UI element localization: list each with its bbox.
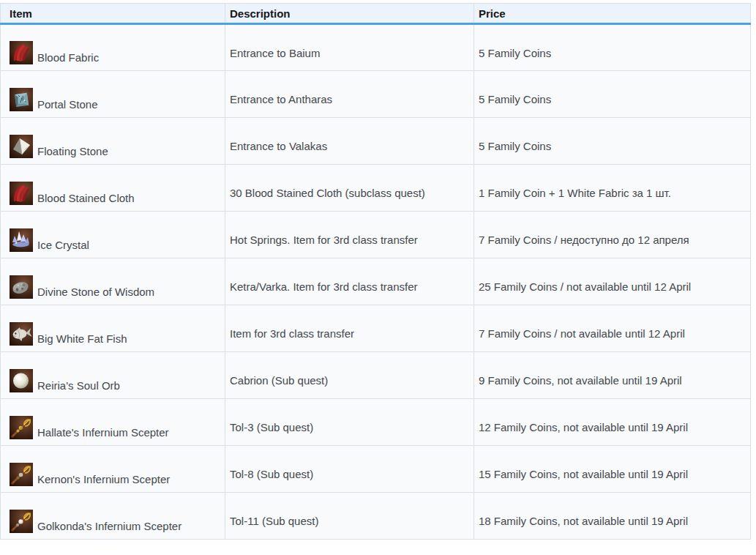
divine-stone-icon bbox=[10, 275, 33, 299]
description-cell: Ketra/Varka. Item for 3rd class transfer bbox=[225, 258, 474, 305]
white-fish-icon bbox=[10, 322, 33, 346]
item-name: Blood Fabric bbox=[37, 51, 99, 64]
description-cell: 30 Blood Stained Cloth (subclass quest) bbox=[225, 165, 474, 212]
item-cell: Floating Stone bbox=[1, 118, 225, 165]
infernium-scepter-icon bbox=[10, 510, 33, 533]
item-cell: Hallate's Infernium Scepter bbox=[1, 399, 225, 446]
item-name: Blood Stained Cloth bbox=[37, 192, 135, 205]
price-cell: 25 Family Coins / not available until 12… bbox=[474, 258, 751, 305]
item-cell: Big White Fat Fish bbox=[1, 305, 225, 352]
description-cell: Cabrion (Sub quest) bbox=[225, 352, 474, 399]
description-cell: Entrance to Valakas bbox=[225, 118, 474, 165]
portal-stone-icon bbox=[10, 88, 33, 111]
item-cell: Golkonda's Infernium Scepter bbox=[1, 493, 225, 540]
description-cell: Item for 3rd class transfer bbox=[225, 305, 474, 352]
blood-stained-cloth-icon bbox=[10, 182, 33, 205]
price-cell: 1 Family Coin + 1 White Fabric за 1 шт. bbox=[474, 165, 751, 212]
description-cell: Hot Springs. Item for 3rd class transfer bbox=[225, 212, 474, 258]
price-cell: 9 Family Coins, not available until 19 A… bbox=[474, 352, 751, 399]
price-cell: 5 Family Coins bbox=[474, 71, 751, 118]
price-cell: 15 Family Coins, not available until 19 … bbox=[474, 446, 751, 493]
ice-crystal-icon bbox=[10, 228, 33, 252]
table-row: Big White Fat Fish Item for 3rd class tr… bbox=[1, 305, 751, 352]
table-row: Ice Crystal Hot Springs. Item for 3rd cl… bbox=[1, 212, 751, 258]
table-row: Blood Fabric Entrance to Baium 5 Family … bbox=[1, 24, 751, 71]
item-cell: Blood Stained Cloth bbox=[1, 165, 225, 212]
item-cell: Blood Fabric bbox=[1, 24, 225, 71]
item-cell: Kernon's Infernium Scepter bbox=[1, 446, 225, 493]
table-row: Blood Stained Cloth 30 Blood Stained Clo… bbox=[1, 165, 751, 212]
price-cell: 12 Family Coins, not available until 19 … bbox=[474, 399, 751, 446]
table-row: Portal Stone Entrance to Antharas 5 Fami… bbox=[1, 71, 751, 118]
item-shop-table-container: Item Description Price Blood Fabric bbox=[0, 3, 750, 540]
item-name: Reiria's Soul Orb bbox=[37, 379, 120, 392]
item-name: Floating Stone bbox=[37, 145, 108, 158]
item-cell: Reiria's Soul Orb bbox=[1, 352, 225, 399]
price-cell: 5 Family Coins bbox=[474, 118, 751, 165]
column-header-item: Item bbox=[1, 4, 225, 24]
price-cell: 7 Family Coins / not available until 12 … bbox=[474, 305, 751, 352]
table-row: Divine Stone of Wisdom Ketra/Varka. Item… bbox=[1, 258, 751, 305]
items-table: Item Description Price Blood Fabric bbox=[0, 3, 751, 540]
infernium-scepter-icon bbox=[10, 463, 33, 486]
description-cell: Tol-3 (Sub quest) bbox=[225, 399, 474, 446]
floating-stone-icon bbox=[10, 135, 33, 158]
item-name: Hallate's Infernium Scepter bbox=[37, 426, 169, 439]
item-name: Big White Fat Fish bbox=[37, 332, 127, 346]
table-row: Kernon's Infernium Scepter Tol-8 (Sub qu… bbox=[1, 446, 751, 493]
column-header-price: Price bbox=[474, 4, 751, 24]
table-row: Hallate's Infernium Scepter Tol-3 (Sub q… bbox=[1, 399, 751, 446]
column-header-description: Description bbox=[225, 4, 474, 24]
price-cell: 5 Family Coins bbox=[474, 24, 751, 71]
blood-fabric-icon bbox=[10, 41, 33, 64]
item-cell: Portal Stone bbox=[1, 71, 225, 118]
item-name: Portal Stone bbox=[37, 98, 98, 111]
item-cell: Ice Crystal bbox=[1, 212, 225, 258]
item-name: Golkonda's Infernium Scepter bbox=[37, 520, 181, 533]
infernium-scepter-icon bbox=[10, 416, 33, 439]
table-row: Floating Stone Entrance to Valakas 5 Fam… bbox=[1, 118, 751, 165]
description-cell: Entrance to Antharas bbox=[225, 71, 474, 118]
item-name: Divine Stone of Wisdom bbox=[37, 286, 154, 299]
soul-orb-icon bbox=[10, 369, 33, 392]
table-row: Reiria's Soul Orb Cabrion (Sub quest) 9 … bbox=[1, 352, 751, 399]
price-cell: 18 Family Coins, not available until 19 … bbox=[474, 493, 751, 540]
table-row: Golkonda's Infernium Scepter Tol-11 (Sub… bbox=[1, 493, 751, 540]
item-cell: Divine Stone of Wisdom bbox=[1, 258, 225, 305]
header-row: Item Description Price bbox=[1, 4, 751, 24]
description-cell: Tol-8 (Sub quest) bbox=[225, 446, 474, 493]
item-name: Ice Crystal bbox=[37, 239, 89, 252]
item-name: Kernon's Infernium Scepter bbox=[37, 473, 170, 486]
description-cell: Tol-11 (Sub quest) bbox=[225, 493, 474, 540]
description-cell: Entrance to Baium bbox=[225, 24, 474, 71]
price-cell: 7 Family Coins / недоступно до 12 апреля bbox=[474, 212, 751, 258]
